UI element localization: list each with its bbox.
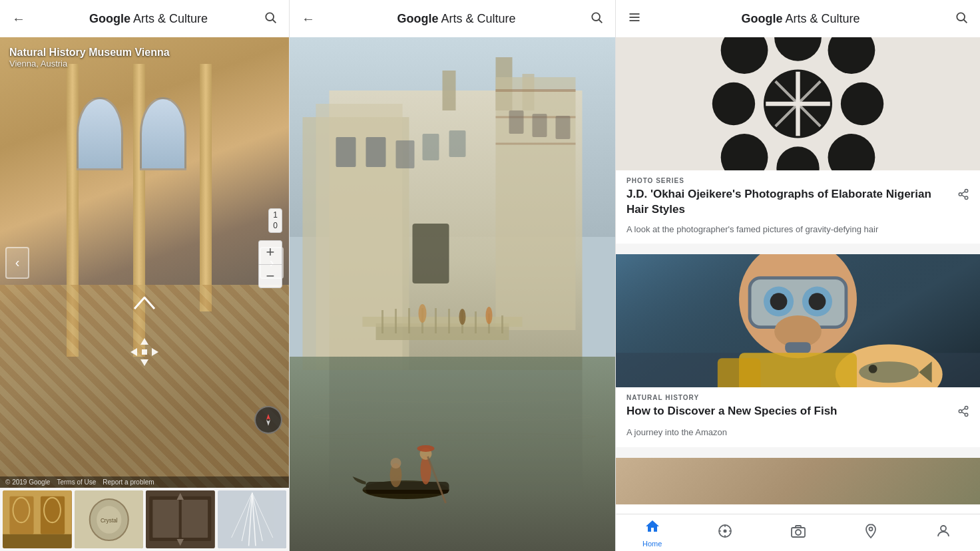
svg-text:Crystal: Crystal (100, 518, 117, 524)
thumbnail-2[interactable]: Crystal (75, 490, 144, 548)
nav-profile[interactable] (907, 514, 980, 551)
bottom-navigation: Home (616, 514, 980, 551)
article-title-row-1: J.D. 'Okhai Ojeikere's Photographs of El… (626, 187, 969, 218)
home-icon (644, 518, 660, 538)
svg-point-86 (957, 13, 965, 21)
home-label: Home (642, 540, 662, 548)
article-desc-1: A look at the photographer's famed pictu… (616, 220, 980, 244)
nav-arrow-left[interactable]: ‹ (5, 247, 29, 279)
header-title-2: Google Arts & Culture (327, 12, 586, 26)
thumbnail-4[interactable] (218, 490, 287, 548)
explore-icon (717, 523, 733, 543)
nav-location[interactable] (834, 514, 907, 551)
svg-marker-3 (140, 359, 148, 366)
zoom-in-button[interactable]: + (258, 240, 282, 264)
title-normal-2: Arts & Culture (441, 12, 515, 25)
svg-point-138 (941, 526, 946, 531)
article-image-2 (616, 254, 980, 387)
title-normal-3: Arts & Culture (785, 12, 859, 25)
nav-move-icon[interactable] (127, 335, 162, 375)
report-link[interactable]: Report a problem (103, 478, 154, 486)
svg-point-69 (486, 307, 493, 324)
title-normal-1: Arts & Culture (133, 12, 208, 25)
streetview-view[interactable]: Natural History Museum Vienna Vienna, Au… (0, 37, 289, 488)
nav-forward-arrow[interactable] (128, 292, 161, 317)
share-button-2[interactable] (957, 405, 969, 421)
nav-home[interactable]: Home (616, 514, 688, 551)
articles-feed[interactable]: PHOTO SERIES J.D. 'Okhai Ojeikere's Phot… (616, 37, 980, 514)
location-icon (863, 523, 879, 543)
svg-rect-46 (336, 137, 356, 167)
profile-icon (935, 523, 951, 543)
header-panel2: ← Google Arts & Culture (290, 0, 615, 37)
svg-rect-56 (363, 317, 523, 327)
svg-point-67 (419, 304, 427, 323)
copyright-bar: © 2019 Google Terms of Use Report a prob… (0, 476, 289, 488)
back-button-2[interactable]: ← (298, 11, 319, 27)
thumbnail-3[interactable] (146, 490, 215, 548)
thumbnail-1[interactable] (3, 490, 72, 548)
compass[interactable] (254, 406, 282, 434)
panel-articles: Google Arts & Culture (616, 0, 980, 551)
svg-rect-39 (443, 71, 456, 110)
svg-marker-4 (130, 348, 137, 356)
header-panel3: Google Arts & Culture (616, 0, 980, 37)
svg-point-126 (965, 413, 968, 417)
svg-point-136 (796, 530, 801, 535)
article-meta-2: NATURAL HISTORY How to Discover a New Sp… (616, 387, 980, 423)
svg-point-119 (859, 362, 919, 383)
svg-rect-54 (413, 224, 449, 283)
svg-rect-53 (556, 116, 571, 139)
title-bold-3: Google (741, 12, 782, 25)
title-bold-1: Google (89, 12, 130, 25)
svg-marker-7 (266, 414, 270, 420)
svg-point-0 (266, 13, 274, 21)
svg-rect-135 (792, 528, 805, 537)
svg-rect-47 (366, 137, 386, 167)
zoom-out-button[interactable]: − (258, 264, 282, 288)
arch-window-left (77, 97, 123, 170)
svg-rect-82 (330, 357, 583, 490)
thumbnail-strip: Crystal (0, 488, 289, 551)
svg-rect-22 (182, 500, 208, 538)
svg-line-127 (961, 413, 965, 415)
museum-label: Natural History Museum Vienna Vienna, Au… (9, 47, 170, 69)
article-title-2: How to Discover a New Species of Fish (626, 404, 952, 419)
back-button-1[interactable]: ← (8, 11, 29, 27)
article-title-row-2: How to Discover a New Species of Fish (626, 404, 969, 421)
painting-view[interactable] (290, 37, 615, 551)
nav-camera[interactable] (762, 514, 834, 551)
arch-window-right (140, 97, 186, 170)
share-button-1[interactable] (957, 188, 969, 204)
svg-point-32 (592, 13, 600, 21)
svg-rect-49 (423, 134, 439, 160)
svg-rect-52 (533, 114, 547, 137)
svg-rect-48 (396, 140, 415, 168)
search-button-2[interactable] (586, 11, 607, 27)
search-button-3[interactable] (951, 11, 972, 27)
svg-point-125 (959, 410, 962, 413)
svg-line-106 (961, 192, 965, 194)
painting-svg (290, 37, 615, 551)
svg-rect-51 (509, 110, 524, 134)
article-category-2: NATURAL HISTORY (626, 394, 969, 401)
svg-point-104 (965, 196, 968, 200)
svg-point-124 (965, 407, 968, 410)
article-desc-2: A journey into the Amazon (616, 423, 980, 447)
header-title-1: Google Arts & Culture (37, 12, 260, 26)
svg-line-33 (599, 19, 603, 23)
svg-marker-2 (140, 338, 148, 345)
zoom-controls: + − (258, 240, 282, 288)
terms-link[interactable]: Terms of Use (57, 478, 96, 486)
header-title-3: Google Arts & Culture (650, 12, 951, 26)
svg-rect-21 (152, 500, 178, 538)
svg-point-68 (459, 309, 466, 325)
menu-button[interactable] (624, 11, 645, 27)
article-card-3 (616, 458, 980, 504)
svg-point-103 (959, 193, 962, 196)
article-meta-1: PHOTO SERIES J.D. 'Okhai Ojeikere's Phot… (616, 170, 980, 220)
search-button-1[interactable] (260, 11, 281, 27)
article-category-1: PHOTO SERIES (626, 177, 969, 184)
nav-explore[interactable] (688, 514, 761, 551)
svg-line-1 (273, 19, 276, 23)
